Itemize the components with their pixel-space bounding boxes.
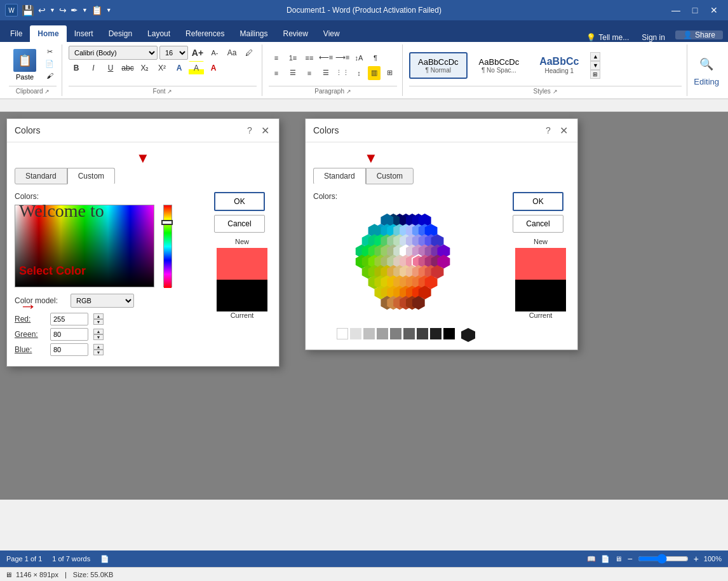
cancel-button-left[interactable]: Cancel (214, 215, 265, 233)
multilevel-button[interactable]: ≡≡ (302, 51, 317, 65)
columns-button[interactable]: ⋮⋮ (335, 66, 350, 80)
red-down[interactable]: ▼ (93, 319, 104, 325)
clear-formatting-button[interactable]: 🖊 (241, 46, 257, 60)
style-nospace[interactable]: AaBbCcDc ¶ No Spac... (470, 52, 529, 79)
format-painter-button[interactable]: 🖌 (43, 70, 57, 81)
hex-color-wheel[interactable] (349, 205, 463, 325)
tab-standard-right[interactable]: Standard (313, 168, 366, 184)
save-icon[interactable]: 📋 (91, 5, 102, 15)
gray-4[interactable] (390, 328, 401, 339)
hex-black[interactable] (461, 328, 475, 342)
dialog-help-icon-left[interactable]: ? (243, 124, 256, 137)
tab-review[interactable]: Review (275, 25, 315, 42)
font-family-select[interactable]: Calibri (Body) (69, 46, 158, 60)
font-shrink-button[interactable]: A- (207, 46, 222, 60)
gray-black[interactable] (443, 328, 455, 339)
undo-icon[interactable]: ↩ (38, 5, 46, 15)
styles-expand-btn[interactable]: ↗ (553, 88, 558, 95)
share-button[interactable]: 👤 Share (675, 31, 723, 39)
change-case-button[interactable]: Aa (224, 46, 239, 60)
bold-button[interactable]: B (69, 61, 84, 75)
paste-button[interactable]: 📋 Paste (9, 46, 41, 84)
font-color-button[interactable]: A (206, 61, 221, 75)
book-icon[interactable]: 📖 (587, 555, 596, 563)
shading-button[interactable]: ▥ (368, 66, 381, 80)
ok-button-left[interactable]: OK (214, 192, 265, 211)
style-heading1[interactable]: AaBbCc Heading 1 (530, 51, 588, 79)
close-button[interactable]: ✕ (705, 1, 723, 19)
copy-button[interactable]: 📄 (43, 58, 57, 69)
dialog-close-right[interactable]: ✕ (557, 124, 570, 137)
strikethrough-button[interactable]: abc (120, 61, 135, 75)
gray-7[interactable] (430, 328, 442, 339)
borders-button[interactable]: ⊞ (382, 66, 397, 80)
tab-file[interactable]: File (3, 25, 30, 42)
styles-scroll-down[interactable]: ▼ (590, 61, 600, 70)
screen-icon[interactable]: 🖥 (615, 555, 622, 563)
green-up[interactable]: ▲ (93, 329, 104, 334)
style-normal[interactable]: AaBbCcDc ¶ Normal (409, 52, 468, 79)
zoom-in-icon[interactable]: + (694, 554, 699, 564)
minimize-button[interactable]: — (667, 1, 685, 19)
quick-save-icon[interactable]: 💾 (22, 4, 34, 17)
gray-5[interactable] (403, 328, 415, 339)
styles-scroll-up[interactable]: ▲ (590, 52, 600, 61)
styles-expand[interactable]: ⊞ (590, 70, 600, 79)
italic-button[interactable]: I (86, 61, 101, 75)
cut-button[interactable]: ✂ (43, 46, 57, 57)
increase-indent-button[interactable]: ⟶≡ (335, 51, 350, 65)
blue-down[interactable]: ▼ (93, 350, 104, 355)
tab-custom-right[interactable]: Custom (366, 168, 414, 184)
font-grow-button[interactable]: A+ (190, 46, 205, 60)
maximize-button[interactable]: □ (686, 1, 704, 19)
sort-button[interactable]: ↕A (351, 51, 367, 65)
justify-button[interactable]: ☰ (318, 66, 334, 80)
para-expand[interactable]: ↗ (346, 88, 351, 95)
touch-icon[interactable]: ✒ (71, 5, 78, 15)
clipboard-expand[interactable]: ↗ (44, 88, 50, 95)
gray-2[interactable] (363, 328, 375, 339)
align-right-button[interactable]: ≡ (302, 66, 317, 80)
text-highlight-button[interactable]: A (189, 61, 204, 75)
layout-icon[interactable]: 📄 (601, 555, 610, 563)
extra-dropdown[interactable]: ▼ (106, 7, 112, 13)
tab-custom-left[interactable]: Custom (67, 168, 115, 184)
subscript-button[interactable]: X₂ (137, 61, 152, 75)
bullets-button[interactable]: ≡ (269, 51, 284, 65)
font-expand[interactable]: ↗ (167, 88, 172, 95)
color-canvas[interactable] (15, 205, 154, 287)
text-effects-button[interactable]: A (172, 61, 187, 75)
tab-references[interactable]: References (178, 25, 232, 42)
zoom-slider[interactable] (638, 554, 689, 564)
decrease-indent-button[interactable]: ⟵≡ (318, 51, 334, 65)
gray-6[interactable] (417, 328, 428, 339)
blue-up[interactable]: ▲ (93, 344, 104, 350)
tab-mailings[interactable]: Mailings (232, 25, 275, 42)
touch-dropdown[interactable]: ▼ (82, 7, 88, 13)
green-input[interactable] (50, 328, 88, 341)
color-slider-thumb[interactable] (161, 220, 173, 225)
green-down[interactable]: ▼ (93, 334, 104, 340)
color-slider[interactable] (163, 205, 172, 287)
font-size-select[interactable]: 16 (159, 46, 188, 60)
undo-dropdown[interactable]: ▼ (50, 7, 55, 13)
red-up[interactable]: ▲ (93, 313, 104, 319)
tab-insert[interactable]: Insert (67, 25, 101, 42)
sign-in-button[interactable]: Sign in (634, 33, 673, 42)
redo-icon[interactable]: ↪ (59, 5, 67, 15)
cancel-button-right[interactable]: Cancel (513, 215, 563, 233)
tab-view[interactable]: View (316, 25, 347, 42)
color-model-select[interactable]: RGB (71, 294, 134, 308)
tab-layout[interactable]: Layout (140, 25, 178, 42)
tab-home[interactable]: Home (30, 25, 66, 42)
gray-1[interactable] (350, 328, 361, 339)
dialog-close-left[interactable]: ✕ (259, 124, 271, 137)
red-input[interactable] (50, 313, 88, 325)
blue-input[interactable] (50, 343, 88, 356)
gray-white[interactable] (337, 328, 348, 339)
line-spacing-button[interactable]: ↕ (351, 66, 367, 80)
ok-button-right[interactable]: OK (513, 192, 563, 211)
show-formatting-button[interactable]: ¶ (368, 51, 383, 65)
superscript-button[interactable]: X² (154, 61, 170, 75)
numbering-button[interactable]: 1≡ (285, 51, 300, 65)
